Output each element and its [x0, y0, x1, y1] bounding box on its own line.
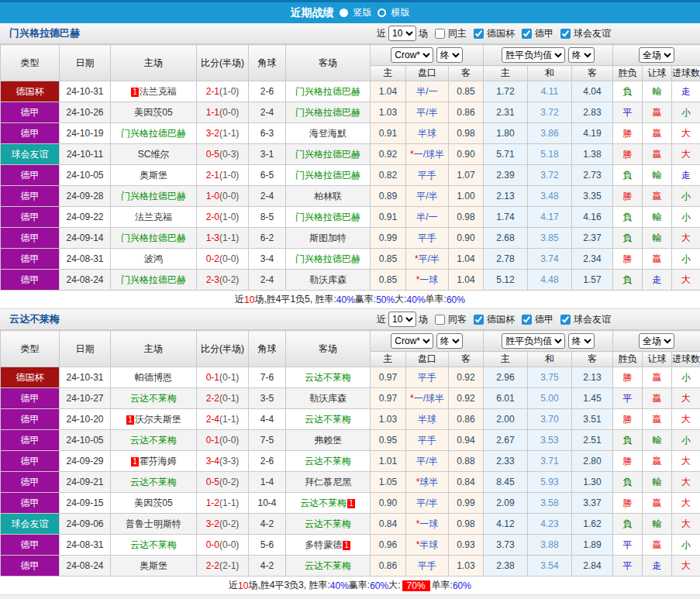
table-row: 德甲 24-09-29 1霍芬海姆 3-4(3-3) 2-6 云达不莱梅 1.0… [1, 451, 700, 472]
odds-home-value: 0.97 [371, 388, 406, 409]
league-liga-checkbox[interactable] [522, 29, 532, 39]
handicap-name: 球半 [419, 477, 438, 487]
home-team-cell: 1沃尔夫斯堡 [111, 409, 197, 430]
handicap-cell: *平手 [406, 165, 449, 186]
score-cell: 2-4(1-1) [197, 409, 249, 430]
away-team-cell: 云达不莱梅1 [286, 493, 371, 514]
league-liga-checkbox[interactable] [522, 315, 532, 325]
league-badge: 球会友谊 [1, 514, 60, 535]
score-fulltime: 0-5 [206, 477, 219, 487]
table-row: 德甲 24-09-21 云达不莱梅 0-5(0-2) 1-4 拜仁慕尼黑 1.0… [1, 472, 700, 493]
match-date: 24-10-19 [60, 123, 111, 144]
away-rank-badge: 1 [347, 499, 355, 508]
result-handicap: 輸 [643, 514, 672, 535]
table-row: 德甲 24-10-27 云达不莱梅 2-2(0-1) 3-5 勒沃库森 0.97… [1, 388, 700, 409]
away-team-name: 弗赖堡 [314, 435, 342, 446]
odds-stage-select[interactable]: 终 [436, 47, 463, 63]
radio-vertical-label[interactable]: 竖版 [353, 6, 372, 19]
corner-score: 7-5 [249, 430, 286, 451]
radio-vertical-layout[interactable] [340, 9, 348, 17]
handicap-name: 平手 [418, 435, 436, 446]
corner-score: 4-2 [249, 514, 286, 535]
league-friendly-checkbox[interactable] [560, 315, 571, 325]
match-date: 24-09-22 [60, 207, 111, 228]
result-goals: 大 [672, 144, 700, 165]
results-body: 德国杯 24-10-31 1法兰克福 2-1(1-0) 2-6 门兴格拉德巴赫 … [1, 81, 700, 291]
handicap-cell: *平手 [406, 367, 449, 388]
score-halftime: (1-1) [219, 232, 239, 243]
col-avg-home: 主 [484, 352, 528, 367]
avg-draw-value: 3.70 [528, 409, 572, 430]
table-row: 德甲 24-10-19 门兴格拉德巴赫 3-2(1-1) 6-3 海登海默 0.… [1, 123, 700, 144]
away-team-name: 云达不莱梅 [305, 518, 351, 529]
league-friendly-label: 球会友谊 [574, 27, 611, 40]
league-cup-checkbox[interactable] [474, 29, 484, 39]
score-cell: 0-2(0-0) [197, 249, 249, 270]
radio-horizontal-label[interactable]: 横版 [391, 6, 410, 19]
odds-away-value: 0.86 [449, 409, 484, 430]
odds-stage-select[interactable]: 终 [436, 333, 463, 349]
away-rank-badge: 1 [343, 541, 350, 550]
corner-score: 7-6 [249, 367, 286, 388]
home-team-name: 门兴格拉德巴赫 [121, 191, 186, 201]
handicap-cell: *平手 [406, 430, 449, 451]
away-team-cell: 勒沃库森 [286, 270, 371, 291]
summary-part: 近 [229, 579, 238, 592]
avg-select[interactable]: 胜平负均值 [502, 47, 565, 63]
away-team-cell: 门兴格拉德巴赫 [286, 102, 371, 123]
table-row: 球会友谊 24-10-11 SC维尔 0-5(0-3) 3-1 门兴格拉德巴赫 … [1, 144, 700, 165]
away-team-cell: 海登海默 [286, 123, 371, 144]
odds-home-value: 0.97 [371, 367, 406, 388]
result-winlose: 平 [613, 556, 643, 577]
fulltime-select[interactable]: 全场 [639, 333, 674, 349]
result-handicap: 贏 [643, 123, 672, 144]
odds-home-value: 0.96 [371, 535, 406, 556]
score-cell: 2-0(1-0) [197, 207, 249, 228]
match-count-select[interactable]: 10 [388, 26, 416, 41]
result-handicap: 走 [643, 556, 672, 577]
avg-stage-select[interactable]: 终 [568, 47, 595, 63]
home-team-cell: 波鸿 [111, 249, 197, 270]
result-group-header: 全场 [613, 331, 700, 352]
away-team-name: 云达不莱梅 [305, 414, 351, 425]
result-handicap: 輸 [643, 81, 672, 102]
bookmaker-select[interactable]: Crow* [391, 333, 433, 349]
league-badge: 德甲 [1, 102, 60, 123]
match-count-select[interactable]: 10 [388, 312, 416, 327]
away-team-cell: 拜仁慕尼黑 [286, 472, 371, 493]
league-cup-checkbox[interactable] [474, 315, 484, 325]
odds-home-value: 1.01 [371, 451, 406, 472]
avg-select[interactable]: 胜平负均值 [502, 333, 565, 349]
score-halftime: (1-1) [219, 414, 239, 425]
match-date: 24-10-31 [60, 81, 111, 102]
col-handicap: 盘口 [406, 352, 449, 367]
result-goals: 小 [672, 102, 700, 123]
avg-home-value: 1.80 [484, 123, 528, 144]
league-badge: 德甲 [1, 556, 60, 577]
bookmaker-select[interactable]: Crow* [391, 47, 433, 63]
summary-part: 60% [447, 294, 465, 305]
corner-score: 6-2 [249, 228, 286, 249]
away-team-name: 云达不莱梅 [305, 456, 351, 466]
same-venue-checkbox[interactable] [435, 315, 445, 325]
radio-horizontal-layout[interactable] [378, 9, 386, 17]
avg-stage-select[interactable]: 终 [568, 333, 595, 349]
home-team-name: 奥斯堡 [140, 170, 167, 181]
odds-group-header: Crow* 终 [371, 331, 484, 352]
home-team-name: 霍芬海姆 [140, 456, 177, 466]
away-team-name: 勒沃库森 [309, 393, 347, 404]
odds-away-value: 0.98 [449, 207, 484, 228]
corner-score: 2-4 [249, 186, 286, 207]
odds-away-value: 0.92 [449, 388, 484, 409]
result-winlose: 負 [613, 430, 643, 451]
same-venue-checkbox[interactable] [435, 29, 445, 39]
odds-away-value: 0.92 [449, 367, 484, 388]
fulltime-select[interactable]: 全场 [639, 47, 674, 63]
avg-draw-value: 5.00 [528, 388, 572, 409]
away-team-name: 勒沃库森 [309, 274, 347, 285]
result-winlose: 勝 [613, 493, 643, 514]
away-team-name: 门兴格拉德巴赫 [295, 149, 360, 160]
league-friendly-checkbox[interactable] [560, 29, 571, 39]
score-fulltime: 2-2 [206, 560, 219, 571]
col-score: 比分(半场) [197, 45, 249, 81]
